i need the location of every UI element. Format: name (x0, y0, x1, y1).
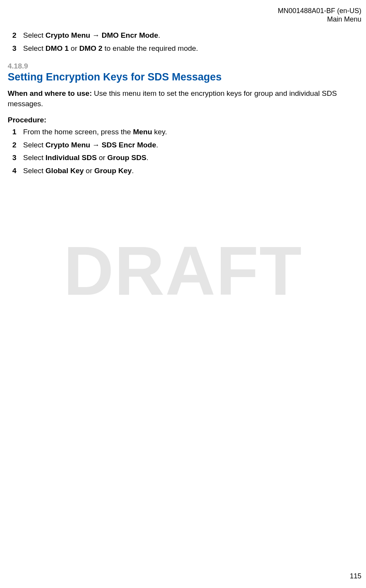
step-text-mid: → (90, 141, 102, 149)
list-item: 4 Select Global Key or Group Key. (23, 165, 361, 176)
step-number: 2 (12, 30, 17, 41)
step-number: 4 (12, 165, 17, 176)
step-text-post: key. (152, 128, 167, 136)
step-text-post: . (146, 154, 148, 162)
step-text-pre: Select (23, 141, 45, 149)
list-item: 3 Select DMO 1 or DMO 2 to enable the re… (23, 43, 361, 54)
step-bold-1: Crypto Menu (45, 141, 90, 149)
continued-steps-list: 2 Select Crypto Menu → DMO Encr Mode. 3 … (8, 30, 361, 53)
step-bold-2: DMO Encr Mode (102, 31, 158, 39)
procedure-label: Procedure: (8, 116, 361, 124)
step-number: 2 (12, 140, 17, 150)
when-where-paragraph: When and where to use: Use this menu ite… (8, 89, 361, 109)
step-bold-2: DMO 2 (79, 44, 102, 52)
section-number: 4.18.9 (8, 62, 361, 70)
step-text-mid: or (69, 44, 79, 52)
section-title: Setting Encryption Keys for SDS Messages (8, 71, 361, 83)
watermark-text: DRAFT (0, 231, 366, 311)
step-bold-1: Crypto Menu (45, 31, 90, 39)
step-number: 3 (12, 152, 17, 163)
step-text-post: . (132, 167, 134, 175)
step-text-post: . (156, 141, 158, 149)
step-bold-1: Menu (133, 128, 152, 136)
step-text-mid: → (90, 31, 102, 39)
doc-id: MN001488A01-BF (en-US) (278, 7, 361, 15)
step-text-mid: or (97, 154, 107, 162)
step-text-pre: Select (23, 31, 45, 39)
step-text-mid: or (84, 167, 94, 175)
step-bold-1: Global Key (45, 167, 84, 175)
document-page: DRAFT MN001488A01-BF (en-US) Main Menu 2… (0, 0, 366, 588)
procedure-steps-list: 1 From the home screen, press the Menu k… (8, 127, 361, 176)
list-item: 3 Select Individual SDS or Group SDS. (23, 152, 361, 163)
step-text-pre: From the home screen, press the (23, 128, 133, 136)
step-text-post: . (158, 31, 160, 39)
step-bold-2: Group Key (94, 167, 132, 175)
step-text-pre: Select (23, 154, 45, 162)
step-bold-2: Group SDS (107, 154, 146, 162)
page-content: 2 Select Crypto Menu → DMO Encr Mode. 3 … (8, 30, 361, 178)
list-item: 2 Select Crypto Menu → SDS Encr Mode. (23, 140, 361, 150)
page-number: 115 (350, 572, 361, 580)
step-text-post: to enable the required mode. (102, 44, 198, 52)
step-bold-1: DMO 1 (45, 44, 69, 52)
step-text-pre: Select (23, 167, 45, 175)
when-where-label: When and where to use: (8, 89, 92, 97)
list-item: 2 Select Crypto Menu → DMO Encr Mode. (23, 30, 361, 41)
page-header: MN001488A01-BF (en-US) Main Menu (278, 7, 361, 23)
step-number: 3 (12, 43, 17, 54)
step-text-pre: Select (23, 44, 45, 52)
step-bold-1: Individual SDS (45, 154, 97, 162)
step-bold-2: SDS Encr Mode (102, 141, 156, 149)
step-number: 1 (12, 127, 17, 137)
section-path: Main Menu (278, 15, 361, 24)
list-item: 1 From the home screen, press the Menu k… (23, 127, 361, 137)
